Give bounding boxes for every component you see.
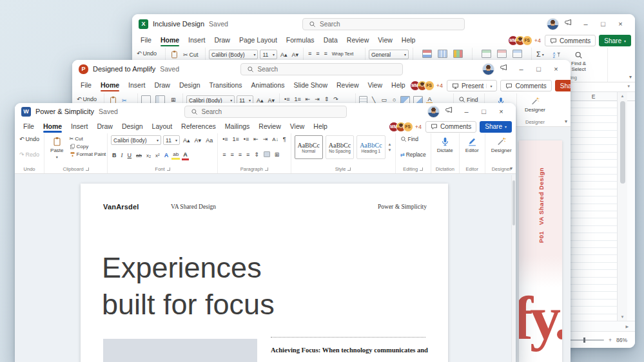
excel-tab-help[interactable]: Help xyxy=(397,34,420,47)
word-tab-draw[interactable]: Draw xyxy=(92,120,117,133)
word-tab-home[interactable]: Home xyxy=(39,120,66,133)
indent-increase-icon[interactable]: ⇥ xyxy=(262,135,269,143)
word-page[interactable]: VanArsdel VA Shared Design Power & Simpl… xyxy=(81,184,448,362)
zoom-level[interactable]: 86% xyxy=(616,337,627,343)
ppt-tab-transitions[interactable]: Transitions xyxy=(205,79,247,92)
ppt-present-button[interactable]: Present ▾ xyxy=(447,80,497,91)
excel-shrink-font-button[interactable]: A▾ xyxy=(290,51,300,59)
bullets-icon[interactable]: •≡ xyxy=(283,95,291,103)
numbering-icon[interactable]: 1≡ xyxy=(293,95,302,103)
ppt-close-button[interactable]: × xyxy=(548,63,564,75)
bullets-icon[interactable]: •≡ xyxy=(221,135,229,143)
excel-account-avatar[interactable] xyxy=(547,18,559,30)
collapse-ribbon-icon[interactable]: ▾ xyxy=(565,119,567,124)
scrollbar-thumb[interactable] xyxy=(512,180,515,225)
excel-number-format-select[interactable]: General ▾ xyxy=(369,50,409,59)
excel-cut-button[interactable]: ✂ Cut xyxy=(182,51,200,59)
word-share-button[interactable]: Share ▾ xyxy=(480,121,512,133)
word-tab-review[interactable]: Review xyxy=(254,120,285,133)
word-tab-design[interactable]: Design xyxy=(117,120,148,133)
dialog-launcher-icon[interactable] xyxy=(167,167,170,171)
excel-tab-data[interactable]: Data xyxy=(319,34,342,47)
excel-tab-file[interactable]: File xyxy=(136,34,156,47)
ppt-tab-insert[interactable]: Insert xyxy=(124,79,150,92)
word-tab-view[interactable]: View xyxy=(286,120,309,133)
excel-font-size-select[interactable]: 11 ▾ xyxy=(260,50,277,59)
word-paste-button[interactable]: Paste ▾ xyxy=(48,135,66,159)
format-as-table-icon[interactable] xyxy=(438,50,447,58)
ppt-account-avatar[interactable] xyxy=(482,63,494,75)
excel-vertical-scrollbar[interactable]: ▲ ▼ xyxy=(617,92,627,321)
zoom-slider-thumb[interactable] xyxy=(583,338,585,343)
excel-paste-button[interactable] xyxy=(169,50,180,59)
table-icon[interactable]: ⊞ xyxy=(170,96,177,104)
excel-close-button[interactable]: × xyxy=(612,18,629,30)
ppt-tab-view[interactable]: View xyxy=(363,79,387,92)
shading-icon[interactable] xyxy=(262,151,271,158)
word-cut-button[interactable]: ✂ Cut xyxy=(68,135,108,142)
dialog-launcher-icon[interactable] xyxy=(86,167,89,171)
collapse-ribbon-icon[interactable]: ▾ xyxy=(510,166,512,171)
word-comments-button[interactable]: Comments xyxy=(425,121,476,133)
word-font-size-select[interactable]: 11 ▾ xyxy=(163,135,180,145)
ppt-slide[interactable]: P01 VA Shared Design fy. xyxy=(519,140,562,362)
collapse-ribbon-icon[interactable]: ▾ xyxy=(629,74,632,80)
word-tab-file[interactable]: File xyxy=(19,120,39,133)
expand-formula-bar-icon[interactable]: ▾ xyxy=(627,84,630,89)
indent-decrease-icon[interactable]: ⇤ xyxy=(252,135,260,143)
presence-avatar[interactable]: FS xyxy=(424,81,434,91)
zoom-in-icon[interactable]: + xyxy=(609,337,612,343)
ppt-tab-review[interactable]: Review xyxy=(332,79,363,92)
italic-icon[interactable]: I xyxy=(120,151,124,159)
word-minimize-button[interactable]: – xyxy=(458,106,474,117)
presence-overflow-count[interactable]: +4 xyxy=(415,124,422,130)
word-tab-insert[interactable]: Insert xyxy=(66,120,92,133)
word-editor-button[interactable]: Editor xyxy=(463,135,482,153)
style-heading1[interactable]: AaBbCc Heading 1 xyxy=(356,135,385,159)
word-tab-mailings[interactable]: Mailings xyxy=(220,120,255,133)
superscript-icon[interactable]: x² xyxy=(154,152,161,159)
text-effects-icon[interactable]: A xyxy=(163,151,170,159)
dialog-launcher-icon[interactable] xyxy=(420,167,423,171)
align-right-icon[interactable]: ≡ xyxy=(237,151,243,158)
word-font-name-select[interactable]: Calibri (Body) ▾ xyxy=(111,135,161,145)
word-dictate-button[interactable]: Dictate xyxy=(434,135,456,153)
grow-font-icon[interactable]: A▴ xyxy=(182,137,191,144)
word-replace-button[interactable]: ⇄ Replace xyxy=(399,151,427,158)
word-find-button[interactable]: Find xyxy=(399,135,427,143)
delete-cells-icon[interactable] xyxy=(497,50,507,58)
word-undo-button[interactable]: ↶ Undo xyxy=(18,135,41,143)
word-tab-layout[interactable]: Layout xyxy=(148,120,177,133)
excel-align-top-button[interactable]: ≡ xyxy=(307,50,313,57)
multilevel-list-icon[interactable]: •≡ xyxy=(242,135,250,143)
word-copy-button[interactable]: Copy xyxy=(68,143,108,150)
bold-icon[interactable]: B xyxy=(111,151,118,159)
presence-overflow-count[interactable]: +4 xyxy=(436,82,443,89)
excel-tab-view[interactable]: View xyxy=(373,34,397,47)
word-format-painter-button[interactable]: Format Paint xyxy=(68,151,108,158)
style-no-spacing[interactable]: AaBbCc No Spacing xyxy=(326,135,354,159)
scroll-down-icon[interactable]: ▼ xyxy=(618,315,627,319)
column-header-e[interactable]: E xyxy=(563,92,624,101)
ppt-tab-slideshow[interactable]: Slide Show xyxy=(289,79,333,92)
ppt-tab-home[interactable]: Home xyxy=(96,79,124,92)
conditional-formatting-icon[interactable] xyxy=(422,50,432,58)
word-tab-references[interactable]: References xyxy=(177,120,220,133)
ppt-tab-draw[interactable]: Draw xyxy=(150,79,175,92)
megaphone-icon[interactable] xyxy=(496,63,512,75)
excel-align-bottom-button[interactable]: ≡ xyxy=(323,50,329,57)
dialog-launcher-icon[interactable] xyxy=(347,167,351,171)
excel-tab-home[interactable]: Home xyxy=(156,34,184,47)
underline-icon[interactable]: U xyxy=(126,151,133,159)
excel-tab-insert[interactable]: Insert xyxy=(184,34,210,47)
ppt-tab-help[interactable]: Help xyxy=(387,79,410,92)
word-designer-button[interactable]: Designer xyxy=(489,135,514,153)
excel-autosum-button[interactable]: Σ ▾ xyxy=(535,50,545,59)
excel-tab-page-layout[interactable]: Page Layout xyxy=(235,34,282,47)
word-maximize-button[interactable]: □ xyxy=(476,106,492,117)
excel-grow-font-button[interactable]: A▴ xyxy=(279,51,289,59)
ppt-tab-design[interactable]: Design xyxy=(175,79,205,92)
justify-icon[interactable]: ≡ xyxy=(245,151,251,158)
ppt-maximize-button[interactable]: □ xyxy=(531,63,547,75)
word-tab-help[interactable]: Help xyxy=(309,120,332,133)
